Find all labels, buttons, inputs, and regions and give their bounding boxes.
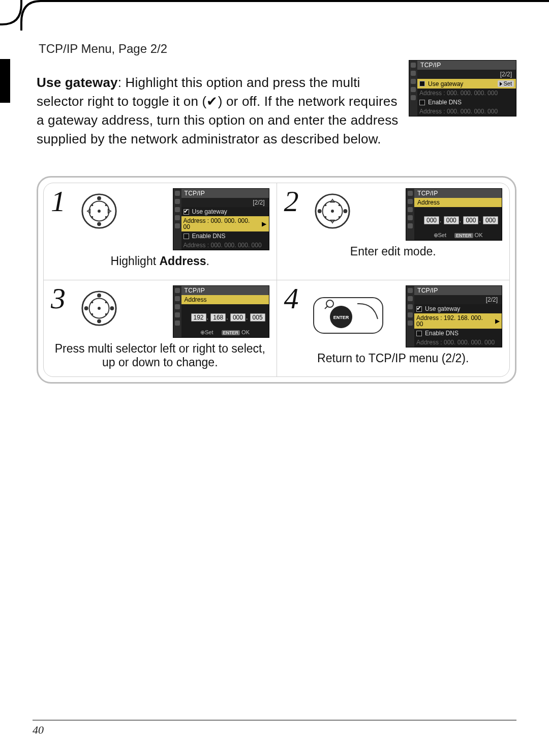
- step-2: 2: [277, 183, 510, 280]
- lcd-subtitle-address: Address: [414, 198, 502, 207]
- multi-selector-icon: [79, 288, 119, 328]
- lcd-row-use-gateway: Use gateway: [414, 304, 502, 313]
- lcd-step1: TCP/IP [2/2] Use gateway Address : 000. …: [173, 188, 269, 250]
- svg-point-20: [324, 216, 326, 218]
- lcd-row-address2-dim: Address : 000. 000. 000. 000: [417, 107, 516, 116]
- svg-point-31: [91, 313, 93, 315]
- checkbox-checked-icon: [184, 209, 189, 215]
- step-4: 4 ENTER: [277, 280, 510, 376]
- lcd-title: TCP/IP: [417, 61, 516, 70]
- ip-seg-2: 168: [210, 313, 226, 322]
- svg-point-21: [338, 216, 340, 218]
- step-1: 1: [44, 183, 277, 280]
- svg-point-32: [105, 313, 107, 315]
- ip-entry: 192. 168. 000. 005: [181, 304, 269, 328]
- step-3: 3: [44, 280, 277, 376]
- page-number: 40: [33, 720, 516, 737]
- checkbox-icon: [184, 234, 189, 239]
- svg-marker-6: [108, 209, 111, 213]
- svg-marker-5: [87, 209, 90, 213]
- checkbox-icon: [416, 331, 422, 336]
- lcd-pager: [2/2]: [181, 198, 269, 207]
- svg-point-2: [98, 210, 101, 213]
- svg-point-10: [105, 216, 107, 218]
- lcd-row-enable-dns: Enable DNS: [414, 329, 502, 338]
- svg-point-8: [105, 204, 107, 206]
- lcd-row-use-gateway: Use gateway Set: [417, 79, 516, 89]
- step-caption: Press multi selector left or right to se…: [51, 338, 269, 370]
- lcd-row-address-dim: Address : 000. 000. 000. 000: [417, 89, 516, 98]
- svg-point-16: [317, 209, 321, 213]
- checkbox-icon: [419, 100, 425, 105]
- lcd-subtitle-address: Address: [181, 295, 269, 304]
- step-number: 1: [51, 188, 74, 215]
- lcd-row-address-dim: Address : 000. 000. 000. 000: [414, 338, 502, 347]
- checkbox-icon: [419, 81, 425, 86]
- svg-point-17: [343, 209, 347, 213]
- svg-point-18: [324, 204, 326, 206]
- ip-seg-3: 000: [230, 313, 246, 322]
- lcd-title: TCP/IP: [414, 189, 502, 198]
- triangle-right-icon: ▶: [260, 221, 266, 227]
- lcd-side-icons: [173, 189, 181, 250]
- svg-point-30: [105, 301, 107, 303]
- lcd-title: TCP/IP: [181, 189, 269, 198]
- svg-point-24: [98, 307, 101, 310]
- side-tab-marker: [0, 59, 10, 103]
- ip-seg-2: 000: [444, 216, 459, 224]
- lcd-step2: TCP/IP Address 000. 000. 000. 000: [406, 188, 502, 241]
- lcd-row-enable-dns: Enable DNS: [181, 231, 269, 241]
- step-number: 4: [284, 285, 308, 312]
- multi-selector-icon: [313, 191, 352, 231]
- lcd-row-address-hl: Address : 000. 000. 000. 00 ▶: [181, 216, 269, 231]
- svg-line-37: [325, 306, 328, 309]
- lcd-footer: ⊕Set ENTER OK: [414, 230, 502, 240]
- page-corner-curve: [0, 0, 549, 25]
- section-subheading: TCP/IP Menu, Page 2/2: [39, 42, 516, 56]
- svg-text:ENTER: ENTER: [333, 315, 349, 320]
- lcd-side-icons: [406, 189, 414, 240]
- ip-seg-4: 005: [250, 313, 265, 322]
- svg-point-13: [331, 210, 334, 213]
- ip-seg-3: 000: [463, 216, 478, 224]
- lcd-title: TCP/IP: [181, 286, 269, 295]
- lcd-side-icons: [409, 61, 417, 116]
- step-number: 3: [51, 285, 74, 312]
- lcd-side-icons: [173, 286, 181, 337]
- svg-point-3: [97, 196, 101, 200]
- svg-point-7: [91, 204, 93, 206]
- lcd-footer: ⊕Set ENTER OK: [181, 328, 269, 337]
- lcd-row-use-gateway: Use gateway: [181, 207, 269, 216]
- triangle-right-icon: ▶: [494, 318, 500, 324]
- svg-point-27: [84, 306, 88, 310]
- svg-point-26: [97, 319, 101, 323]
- enable-dns-label: Enable DNS: [428, 99, 462, 105]
- lcd-main: TCP/IP [2/2] Use gateway Set Address : 0…: [409, 60, 516, 117]
- svg-point-25: [97, 294, 101, 298]
- multi-selector-icon: [79, 191, 119, 231]
- step-caption: Enter edit mode.: [284, 241, 503, 259]
- svg-point-4: [97, 222, 101, 226]
- svg-point-28: [110, 306, 114, 310]
- lcd-pager: [2/2]: [417, 70, 516, 79]
- ip-seg-1: 000: [424, 216, 439, 224]
- step-number: 2: [284, 188, 308, 215]
- intro-paragraph: Use gateway: Highlight this option and p…: [37, 73, 399, 149]
- lcd-row-address-hl: Address : 192. 168. 000. 00 ▶: [414, 313, 502, 329]
- step-caption: Return to TCP/IP menu (2/2).: [284, 347, 503, 366]
- triangle-right-icon: [500, 82, 502, 86]
- use-gateway-label: Use gateway: [428, 81, 463, 87]
- lcd-row-address-dim: Address : 000. 000. 000. 000: [181, 241, 269, 250]
- svg-point-9: [91, 216, 93, 218]
- lcd-step3: TCP/IP Address 192. 168. 000. 005: [173, 285, 269, 338]
- lcd-row-enable-dns: Enable DNS: [417, 98, 516, 107]
- intro-lead: Use gateway: [37, 75, 118, 90]
- enter-button-illustration: ENTER: [313, 288, 384, 339]
- svg-point-19: [338, 204, 340, 206]
- ip-seg-1: 192: [191, 313, 206, 322]
- steps-container: 1: [37, 176, 516, 384]
- lcd-title: TCP/IP: [414, 286, 502, 295]
- lcd-pager: [2/2]: [414, 295, 502, 304]
- svg-point-29: [91, 301, 93, 303]
- checkbox-checked-icon: [416, 306, 422, 312]
